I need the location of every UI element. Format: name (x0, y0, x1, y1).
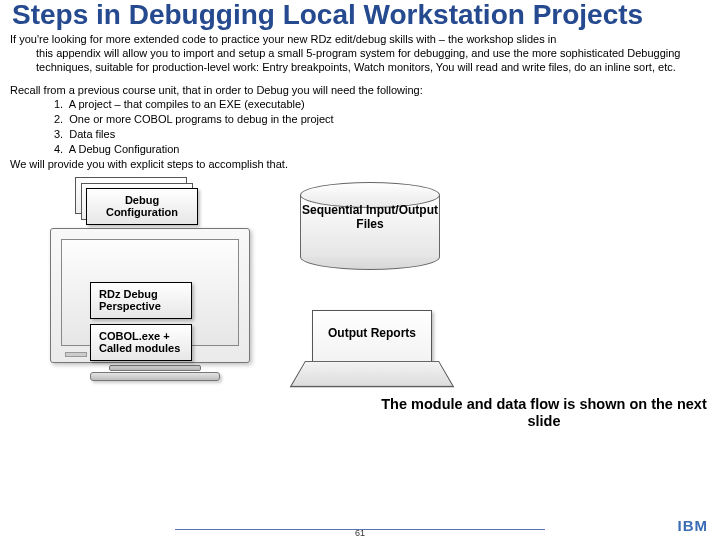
monitor-foot (90, 372, 220, 381)
recall-intro: Recall from a previous course unit, that… (10, 83, 710, 98)
monitor-neck (109, 365, 201, 371)
debug-configuration-box: Debug Configuration (86, 188, 198, 225)
data-cylinder: Sequential Input/Output Files (300, 182, 440, 267)
report-label: Output Reports (313, 327, 431, 341)
intro-rest: this appendix will allow you to import a… (10, 47, 710, 75)
recall-after: We will provide you with explicit steps … (10, 157, 710, 172)
cobol-modules-box: COBOL.exe + Called modules (90, 324, 192, 361)
ibm-logo: IBM (678, 517, 709, 534)
list-text-2: One or more COBOL programs to debug in t… (69, 113, 333, 125)
recall-block: Recall from a previous course unit, that… (0, 83, 720, 176)
list-num-1: 1. (54, 98, 63, 110)
cylinder-label: Sequential Input/Output Files (300, 204, 440, 232)
page-number: 61 (0, 528, 720, 538)
report-graphic: Output Reports (312, 310, 432, 380)
slide-title: Steps in Debugging Local Workstation Pro… (0, 0, 720, 33)
monitor-led (65, 352, 87, 357)
diagram-area: Debug Configuration RDz Debug Perspectiv… (20, 182, 720, 442)
next-slide-note: The module and data flow is shown on the… (368, 396, 720, 431)
recall-list: 1. A project – that compiles to an EXE (… (10, 97, 710, 156)
list-num-2: 2. (54, 113, 63, 125)
list-num-3: 3. (54, 128, 63, 140)
list-num-4: 4. (54, 143, 63, 155)
intro-first-line: If you're looking for more extended code… (10, 33, 556, 45)
intro-paragraph: If you're looking for more extended code… (0, 33, 720, 82)
list-text-3: Data files (69, 128, 115, 140)
list-text-4: A Debug Configuration (69, 143, 180, 155)
list-text-1: A project – that compiles to an EXE (exe… (69, 98, 305, 110)
rdz-debug-perspective-box: RDz Debug Perspective (90, 282, 192, 319)
